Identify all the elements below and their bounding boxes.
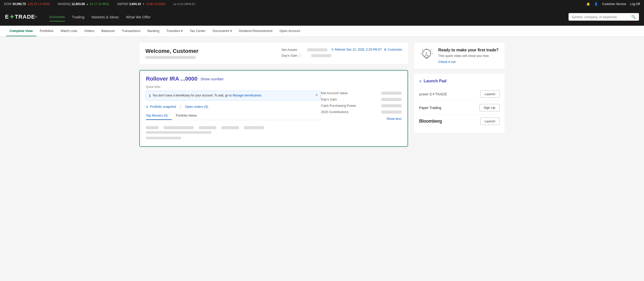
promo-header: Ready to make your first trade? This qui… — [419, 48, 500, 64]
chevron-down-icon: ∨ — [146, 105, 148, 109]
ticker-nasdaq: NASDAQ 12,803.68 ▲ 61.17 (0.48%) — [58, 2, 109, 6]
user-icon[interactable]: 👤 — [594, 2, 598, 6]
sub-nav-watch-lists[interactable]: Watch Lists — [57, 26, 81, 36]
days-gain-row-account: Day's Gain — [321, 97, 401, 102]
ticker-nasdaq-label: NASDAQ — [58, 2, 70, 6]
lightbulb-icon — [419, 48, 434, 63]
show-less-link[interactable]: Show less — [321, 117, 401, 121]
blur-cell — [146, 126, 158, 129]
portfolio-snapshot-toggle[interactable]: ∨ Portfolio snapshot — [146, 105, 176, 109]
sign-up-paper-button[interactable]: Sign Up — [479, 104, 500, 111]
logo-star: ✦ — [9, 13, 15, 21]
etrade-logo[interactable]: E ✦ TRADE ® — [5, 13, 37, 21]
search-input[interactable] — [572, 15, 629, 19]
ticker-dow-label: DOW — [4, 2, 11, 6]
sub-nav-dividend[interactable]: Dividend Reinvestment — [235, 26, 276, 36]
log-off-link[interactable]: Log Off — [630, 2, 640, 6]
promo-link[interactable]: Check it out — [438, 60, 456, 64]
account-header: Rollover IRA ...0000 Show number — [146, 76, 401, 82]
portfolio-section: ∨ Portfolio snapshot | Open orders (0) T… — [146, 104, 321, 141]
ticker-timestamp: as of 02:29PM ET — [174, 3, 196, 6]
info-banner: ℹ You don't have a beneficiary for your … — [146, 91, 321, 100]
quick-links-label: Quick links — [146, 85, 401, 89]
info-banner-text: You don't have a beneficiary for your ac… — [152, 93, 262, 98]
show-number-link[interactable]: Show number — [200, 77, 224, 81]
info-message: You don't have a beneficiary for your ac… — [152, 94, 232, 97]
blur-cell — [244, 126, 264, 129]
ticker-nasdaq-change: ▲ — [86, 2, 89, 6]
customer-service-link[interactable]: Customer Service — [602, 2, 626, 6]
sub-nav-banking[interactable]: Banking — [144, 26, 163, 36]
tab-portfolio-news[interactable]: Portfolio News — [176, 112, 201, 120]
search-icon[interactable]: 🔍 — [631, 15, 636, 19]
account-title[interactable]: Rollover IRA ...0000 — [146, 76, 197, 82]
sub-nav-transactions[interactable]: Transactions — [118, 26, 144, 36]
power-x-icon: ✦ — [432, 92, 435, 96]
divider: | — [180, 104, 181, 109]
tab-top-movers[interactable]: Top Movers (0) — [146, 112, 172, 120]
portfolio-tabs: Top Movers (0) Portfolio News — [146, 112, 321, 120]
refresh-date: Dec 22, 2020, 2:29 PM ET — [346, 48, 382, 51]
content-area: Welcome, Customer Net Assets Day's Gain … — [133, 37, 511, 158]
portfolio-snapshot-label: Portfolio snapshot — [150, 105, 176, 109]
launch-bloomberg-button[interactable]: Launch — [480, 118, 500, 125]
sub-nav-balances[interactable]: Balances — [98, 26, 118, 36]
gear-icon: ⚙ — [384, 48, 387, 51]
nav-markets[interactable]: Markets & Ideas — [92, 13, 119, 21]
ticker-dow: DOW 30,090.75 -125.70 (-0.42%) — [4, 2, 50, 6]
ticker-dow-value: 30,090.75 — [12, 2, 26, 6]
blur-text — [146, 131, 211, 134]
ticker-dow-change: -125.70 — [27, 2, 37, 6]
sub-nav-documents[interactable]: Documents ▾ — [209, 26, 235, 36]
launch-power-button[interactable]: Launch — [480, 90, 500, 98]
ticker-sp500: S&P500 3,694.34 ▼ -0.58 (-0.02%) — [117, 2, 165, 6]
sub-nav-portfolios[interactable]: Portfolios — [36, 26, 57, 36]
main-panel: Welcome, Customer Net Assets Day's Gain … — [139, 43, 408, 152]
nav-accounts[interactable]: Accounts — [49, 13, 65, 21]
promo-title: Ready to make your first trade? — [438, 48, 499, 52]
info-circle-icon: ℹ — [149, 94, 150, 98]
main-nav: E ✦ TRADE ® Accounts Trading Markets & I… — [0, 8, 644, 26]
open-orders-link[interactable]: Open orders (0) — [185, 105, 208, 109]
nav-items: Accounts Trading Markets & Ideas What We… — [49, 13, 151, 21]
blur-cell — [164, 126, 194, 129]
search-bar[interactable]: 🔍 — [569, 13, 639, 21]
net-assets-value-blur — [307, 48, 327, 51]
account-number: ...0000 — [180, 76, 197, 82]
sub-nav-complete-view[interactable]: Complete View — [6, 26, 36, 36]
portfolio-header: ∨ Portfolio snapshot | Open orders (0) — [146, 104, 321, 109]
manage-beneficiaries-link[interactable]: Manage beneficiaries. — [233, 94, 262, 97]
ticker-nasdaq-pct: (0.48%) — [98, 2, 109, 6]
net-assets-row: Net Assets — [281, 48, 331, 52]
account-main: ℹ You don't have a beneficiary for your … — [146, 91, 401, 141]
close-banner-button[interactable]: ✕ — [315, 93, 318, 97]
customize-link[interactable]: ⚙ Customize — [384, 48, 402, 51]
table-placeholder — [146, 124, 321, 141]
launch-item-power: power E✦TRADE Launch — [419, 87, 500, 101]
logo-trade: TRADE — [15, 14, 35, 20]
welcome-right: ↻ Refresh Dec 22, 2020, 2:29 PM ET ⚙ Cus… — [331, 48, 402, 51]
ticker-sp500-pct: (-0.02%) — [154, 2, 165, 6]
sub-nav-open-account[interactable]: Open Account — [276, 26, 304, 36]
ticker-right-actions: 🔔 👤 Customer Service Log Off — [586, 2, 640, 6]
account-left: ℹ You don't have a beneficiary for your … — [146, 91, 321, 141]
svg-line-2 — [422, 50, 423, 50]
nav-what-we-offer[interactable]: What We Offer — [126, 13, 151, 21]
logo-reg: ® — [35, 16, 37, 18]
info-icon[interactable]: ⓘ — [298, 54, 301, 57]
notification-icon[interactable]: 🔔 — [586, 2, 590, 6]
refresh-link[interactable]: ↻ Refresh Dec 22, 2020, 2:29 PM ET — [331, 48, 382, 51]
ticker-sp500-change: -0.58 — [146, 2, 153, 6]
sub-nav-orders[interactable]: Orders — [81, 26, 98, 36]
welcome-left: Welcome, Customer — [145, 48, 261, 59]
logo-e: E — [5, 14, 9, 20]
sub-nav-tax-center[interactable]: Tax Center — [186, 26, 209, 36]
blur-cell — [221, 126, 239, 129]
welcome-center: Net Assets Day's Gain ⓘ — [281, 48, 331, 58]
customize-label: Customize — [388, 48, 402, 51]
promo-content: Ready to make your first trade? This qui… — [438, 48, 499, 64]
days-gain-label: Day's Gain ⓘ — [281, 54, 301, 58]
sub-nav-transfers[interactable]: Transfers ▾ — [163, 26, 186, 36]
ticker-sp500-value: 3,694.34 — [129, 2, 141, 6]
nav-trading[interactable]: Trading — [72, 13, 85, 21]
